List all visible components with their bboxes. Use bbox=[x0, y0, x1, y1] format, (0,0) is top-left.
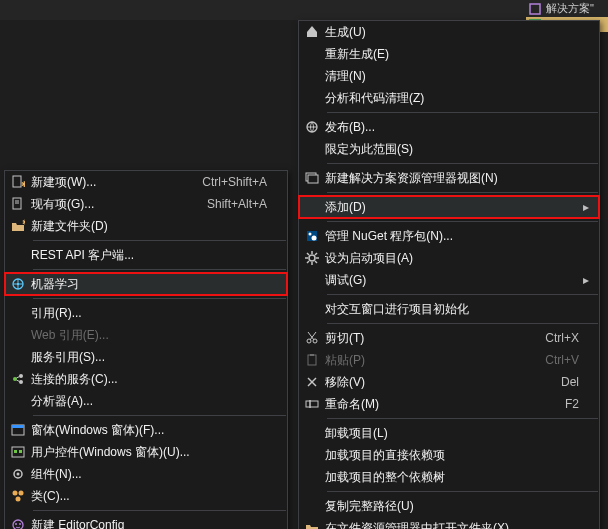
svg-point-55 bbox=[13, 491, 18, 496]
menu-separator bbox=[327, 294, 598, 295]
main-menu-item-10[interactable]: 调试(G)▸ bbox=[299, 269, 599, 291]
svg-marker-4 bbox=[307, 26, 317, 32]
menu-item-shortcut: Del bbox=[549, 375, 579, 389]
add-menu-item-7[interactable]: 服务引用(S)... bbox=[5, 346, 287, 368]
main-menu-item-17[interactable]: 加载项目的直接依赖项 bbox=[299, 444, 599, 466]
menu-item-label: 引用(R)... bbox=[31, 305, 267, 322]
context-menu-main: 生成(U)重新生成(E)清理(N)分析和代码清理(Z)发布(B)...限定为此范… bbox=[298, 20, 600, 529]
usercontrol-icon bbox=[5, 445, 31, 459]
component-icon bbox=[5, 467, 31, 481]
main-menu-item-0[interactable]: 生成(U) bbox=[299, 21, 599, 43]
svg-line-19 bbox=[307, 261, 309, 263]
svg-point-10 bbox=[312, 236, 317, 241]
menu-separator bbox=[327, 323, 598, 324]
connected-icon bbox=[5, 372, 31, 386]
menu-item-label: 发布(B)... bbox=[325, 119, 579, 136]
add-menu-item-14[interactable]: 新建 EditorConfig bbox=[5, 514, 287, 529]
menu-separator bbox=[327, 221, 598, 222]
class-icon bbox=[5, 489, 31, 503]
gear-icon bbox=[299, 251, 325, 265]
svg-rect-50 bbox=[12, 447, 24, 457]
main-menu-item-16[interactable]: 卸载项目(L) bbox=[299, 422, 599, 444]
menu-item-label: 调试(G) bbox=[325, 272, 579, 289]
menu-separator bbox=[327, 491, 598, 492]
nuget-icon bbox=[299, 229, 325, 243]
menu-separator bbox=[33, 415, 286, 416]
menu-item-label: 新建 EditorConfig bbox=[31, 517, 267, 530]
delete-icon bbox=[299, 375, 325, 389]
menu-item-label: 新建文件夹(D) bbox=[31, 218, 267, 235]
svg-point-56 bbox=[19, 491, 24, 496]
main-menu-item-6[interactable]: 新建解决方案资源管理器视图(N) bbox=[299, 167, 599, 189]
menu-item-label: 窗体(Windows 窗体)(F)... bbox=[31, 422, 267, 439]
main-menu-item-12[interactable]: 剪切(T)Ctrl+X bbox=[299, 327, 599, 349]
build-icon bbox=[299, 25, 325, 39]
svg-line-16 bbox=[307, 253, 309, 255]
menu-separator bbox=[33, 240, 286, 241]
add-menu-item-3[interactable]: REST API 客户端... bbox=[5, 244, 287, 266]
main-menu-item-4[interactable]: 发布(B)... bbox=[299, 116, 599, 138]
folder-icon bbox=[299, 521, 325, 529]
svg-point-45 bbox=[19, 380, 23, 384]
main-menu-item-9[interactable]: 设为启动项目(A) bbox=[299, 247, 599, 269]
menu-item-label: Web 引用(E)... bbox=[31, 327, 267, 344]
svg-line-18 bbox=[315, 253, 317, 255]
main-menu-item-19[interactable]: 复制完整路径(U) bbox=[299, 495, 599, 517]
submenu-arrow-icon: ▸ bbox=[579, 200, 593, 214]
main-menu-item-20[interactable]: 在文件资源管理器中打开文件夹(X) bbox=[299, 517, 599, 529]
menu-separator bbox=[327, 163, 598, 164]
menu-item-label: 移除(V) bbox=[325, 374, 549, 391]
menu-item-label: 生成(U) bbox=[325, 24, 579, 41]
svg-point-59 bbox=[15, 523, 17, 525]
add-menu-item-6: Web 引用(E)... bbox=[5, 324, 287, 346]
main-menu-item-14[interactable]: 移除(V)Del bbox=[299, 371, 599, 393]
rename-icon bbox=[299, 397, 325, 411]
main-menu-item-15[interactable]: 重命名(M)F2 bbox=[299, 393, 599, 415]
menu-item-label: 复制完整路径(U) bbox=[325, 498, 579, 515]
paste-icon bbox=[299, 353, 325, 367]
svg-line-17 bbox=[315, 261, 317, 263]
menu-item-label: 限定为此范围(S) bbox=[325, 141, 579, 158]
svg-point-60 bbox=[19, 523, 21, 525]
menu-item-shortcut: Shift+Alt+A bbox=[195, 197, 267, 211]
publish-icon bbox=[299, 120, 325, 134]
menu-item-label: 机器学习 bbox=[31, 276, 267, 293]
main-menu-item-2[interactable]: 清理(N) bbox=[299, 65, 599, 87]
main-menu-item-11[interactable]: 对交互窗口进行项目初始化 bbox=[299, 298, 599, 320]
menu-item-shortcut: Ctrl+V bbox=[533, 353, 579, 367]
solution-label: 解决方案" bbox=[546, 1, 594, 16]
add-menu-item-10[interactable]: 窗体(Windows 窗体)(F)... bbox=[5, 419, 287, 441]
main-menu-item-18[interactable]: 加载项目的整个依赖树 bbox=[299, 466, 599, 488]
menu-item-label: 用户控件(Windows 窗体)(U)... bbox=[31, 444, 267, 461]
add-menu-item-1[interactable]: 现有项(G)...Shift+Alt+A bbox=[5, 193, 287, 215]
main-menu-item-8[interactable]: 管理 NuGet 程序包(N)... bbox=[299, 225, 599, 247]
add-menu-item-11[interactable]: 用户控件(Windows 窗体)(U)... bbox=[5, 441, 287, 463]
menu-item-label: 加载项目的整个依赖树 bbox=[325, 469, 579, 486]
menu-item-label: 分析器(A)... bbox=[31, 393, 267, 410]
newfolder-icon: ✱ bbox=[5, 219, 31, 233]
main-menu-item-3[interactable]: 分析和代码清理(Z) bbox=[299, 87, 599, 109]
menu-item-label: 重新生成(E) bbox=[325, 46, 579, 63]
newitem-icon: ✱ bbox=[5, 175, 31, 189]
menu-item-label: 剪切(T) bbox=[325, 330, 533, 347]
add-menu-item-0[interactable]: ✱新建项(W)...Ctrl+Shift+A bbox=[5, 171, 287, 193]
menu-item-label: 清理(N) bbox=[325, 68, 579, 85]
svg-rect-3 bbox=[307, 32, 317, 37]
add-menu-item-4[interactable]: 机器学习 bbox=[5, 273, 287, 295]
add-menu-item-13[interactable]: 类(C)... bbox=[5, 485, 287, 507]
main-menu-item-1[interactable]: 重新生成(E) bbox=[299, 43, 599, 65]
newview-icon bbox=[299, 171, 325, 185]
menu-item-label: 加载项目的直接依赖项 bbox=[325, 447, 579, 464]
svg-rect-24 bbox=[308, 355, 316, 365]
add-menu-item-9[interactable]: 分析器(A)... bbox=[5, 390, 287, 412]
main-menu-item-5[interactable]: 限定为此范围(S) bbox=[299, 138, 599, 160]
add-menu-item-5[interactable]: 引用(R)... bbox=[5, 302, 287, 324]
menu-separator bbox=[33, 269, 286, 270]
add-menu-item-2[interactable]: ✱新建文件夹(D) bbox=[5, 215, 287, 237]
add-menu-item-8[interactable]: 连接的服务(C)... bbox=[5, 368, 287, 390]
add-menu-item-12[interactable]: 组件(N)... bbox=[5, 463, 287, 485]
menu-item-label: 管理 NuGet 程序包(N)... bbox=[325, 228, 579, 245]
svg-line-47 bbox=[17, 380, 20, 382]
main-menu-item-7[interactable]: 添加(D)▸ bbox=[299, 196, 599, 218]
menu-item-shortcut: F2 bbox=[553, 397, 579, 411]
